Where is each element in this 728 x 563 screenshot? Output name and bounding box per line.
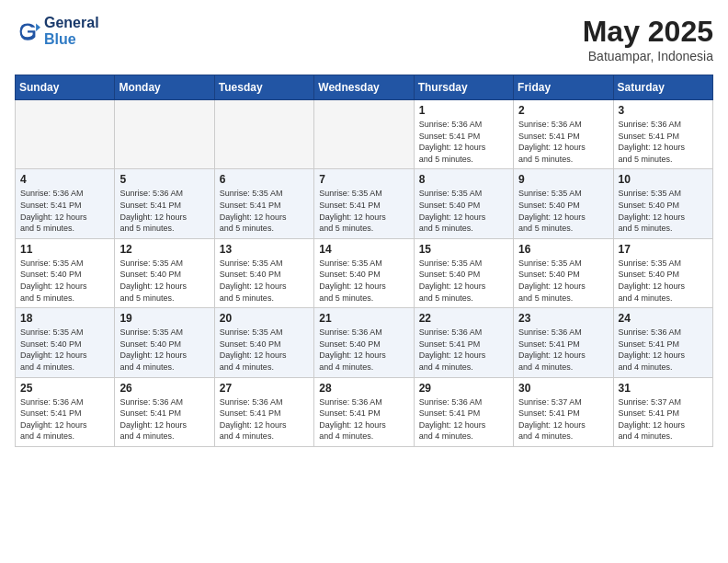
calendar-cell: 25Sunrise: 5:36 AM Sunset: 5:41 PM Dayli… xyxy=(16,377,115,446)
calendar-table: SundayMondayTuesdayWednesdayThursdayFrid… xyxy=(15,75,713,447)
day-number: 25 xyxy=(20,382,109,395)
calendar-cell: 20Sunrise: 5:35 AM Sunset: 5:40 PM Dayli… xyxy=(214,308,313,377)
day-info: Sunrise: 5:35 AM Sunset: 5:40 PM Dayligh… xyxy=(419,188,508,234)
logo-name: General xyxy=(44,15,99,31)
day-info: Sunrise: 5:37 AM Sunset: 5:41 PM Dayligh… xyxy=(619,396,708,442)
location: Batuampar, Indonesia xyxy=(583,49,713,63)
calendar-cell: 9Sunrise: 5:35 AM Sunset: 5:40 PM Daylig… xyxy=(514,169,613,238)
calendar-cell: 11Sunrise: 5:35 AM Sunset: 5:40 PM Dayli… xyxy=(16,238,115,307)
weekday-header-thursday: Thursday xyxy=(414,75,513,100)
calendar-cell: 8Sunrise: 5:35 AM Sunset: 5:40 PM Daylig… xyxy=(414,169,513,238)
day-info: Sunrise: 5:35 AM Sunset: 5:40 PM Dayligh… xyxy=(220,327,309,373)
month-title: May 2025 xyxy=(583,15,713,49)
day-info: Sunrise: 5:36 AM Sunset: 5:40 PM Dayligh… xyxy=(319,327,408,373)
calendar-cell: 15Sunrise: 5:35 AM Sunset: 5:40 PM Dayli… xyxy=(414,238,513,307)
day-number: 26 xyxy=(119,382,209,395)
day-number: 16 xyxy=(518,243,608,256)
logo-icon xyxy=(15,18,40,44)
calendar-week-row: 1Sunrise: 5:36 AM Sunset: 5:41 PM Daylig… xyxy=(16,100,713,169)
day-info: Sunrise: 5:36 AM Sunset: 5:41 PM Dayligh… xyxy=(619,327,708,373)
calendar-cell: 4Sunrise: 5:36 AM Sunset: 5:41 PM Daylig… xyxy=(16,169,115,238)
day-number: 31 xyxy=(619,382,708,395)
day-number: 21 xyxy=(319,312,408,325)
calendar-cell: 26Sunrise: 5:36 AM Sunset: 5:41 PM Dayli… xyxy=(115,377,214,446)
calendar-cell: 2Sunrise: 5:36 AM Sunset: 5:41 PM Daylig… xyxy=(514,100,613,169)
calendar-week-row: 11Sunrise: 5:35 AM Sunset: 5:40 PM Dayli… xyxy=(16,238,713,307)
weekday-header-friday: Friday xyxy=(514,75,613,100)
weekday-header-monday: Monday xyxy=(115,75,214,100)
day-number: 12 xyxy=(119,243,209,256)
calendar-cell: 31Sunrise: 5:37 AM Sunset: 5:41 PM Dayli… xyxy=(613,377,712,446)
day-number: 5 xyxy=(119,173,209,186)
calendar-cell: 23Sunrise: 5:36 AM Sunset: 5:41 PM Dayli… xyxy=(514,308,613,377)
day-info: Sunrise: 5:35 AM Sunset: 5:41 PM Dayligh… xyxy=(220,188,309,234)
day-info: Sunrise: 5:35 AM Sunset: 5:40 PM Dayligh… xyxy=(20,327,109,373)
calendar-cell: 28Sunrise: 5:36 AM Sunset: 5:41 PM Dayli… xyxy=(314,377,414,446)
day-info: Sunrise: 5:35 AM Sunset: 5:40 PM Dayligh… xyxy=(419,258,508,304)
day-number: 15 xyxy=(419,243,508,256)
day-number: 8 xyxy=(419,173,508,186)
day-number: 20 xyxy=(220,312,309,325)
day-info: Sunrise: 5:36 AM Sunset: 5:41 PM Dayligh… xyxy=(419,119,508,165)
day-number: 23 xyxy=(518,312,608,325)
day-info: Sunrise: 5:36 AM Sunset: 5:41 PM Dayligh… xyxy=(20,188,109,234)
weekday-header-saturday: Saturday xyxy=(613,75,712,100)
calendar-cell: 1Sunrise: 5:36 AM Sunset: 5:41 PM Daylig… xyxy=(414,100,513,169)
day-number: 18 xyxy=(20,312,109,325)
calendar-cell: 27Sunrise: 5:36 AM Sunset: 5:41 PM Dayli… xyxy=(214,377,313,446)
day-number: 7 xyxy=(319,173,408,186)
calendar-cell: 22Sunrise: 5:36 AM Sunset: 5:41 PM Dayli… xyxy=(414,308,513,377)
day-info: Sunrise: 5:35 AM Sunset: 5:41 PM Dayligh… xyxy=(319,188,408,234)
calendar-cell xyxy=(214,100,313,169)
day-info: Sunrise: 5:36 AM Sunset: 5:41 PM Dayligh… xyxy=(619,119,708,165)
calendar-cell xyxy=(115,100,214,169)
day-info: Sunrise: 5:36 AM Sunset: 5:41 PM Dayligh… xyxy=(518,327,608,373)
day-info: Sunrise: 5:35 AM Sunset: 5:40 PM Dayligh… xyxy=(518,258,608,304)
day-info: Sunrise: 5:36 AM Sunset: 5:41 PM Dayligh… xyxy=(419,327,508,373)
calendar-cell: 3Sunrise: 5:36 AM Sunset: 5:41 PM Daylig… xyxy=(613,100,712,169)
calendar-cell xyxy=(314,100,414,169)
day-info: Sunrise: 5:35 AM Sunset: 5:40 PM Dayligh… xyxy=(619,258,708,304)
day-info: Sunrise: 5:35 AM Sunset: 5:40 PM Dayligh… xyxy=(119,327,209,373)
day-info: Sunrise: 5:36 AM Sunset: 5:41 PM Dayligh… xyxy=(119,396,209,442)
day-info: Sunrise: 5:36 AM Sunset: 5:41 PM Dayligh… xyxy=(220,396,309,442)
calendar-week-row: 4Sunrise: 5:36 AM Sunset: 5:41 PM Daylig… xyxy=(16,169,713,238)
calendar-cell: 19Sunrise: 5:35 AM Sunset: 5:40 PM Dayli… xyxy=(115,308,214,377)
day-info: Sunrise: 5:35 AM Sunset: 5:40 PM Dayligh… xyxy=(20,258,109,304)
day-info: Sunrise: 5:35 AM Sunset: 5:40 PM Dayligh… xyxy=(119,258,209,304)
day-info: Sunrise: 5:35 AM Sunset: 5:40 PM Dayligh… xyxy=(220,258,309,304)
weekday-header-tuesday: Tuesday xyxy=(214,75,313,100)
calendar-cell: 5Sunrise: 5:36 AM Sunset: 5:41 PM Daylig… xyxy=(115,169,214,238)
page-header: General Blue May 2025 Batuampar, Indones… xyxy=(15,15,713,63)
calendar-cell: 30Sunrise: 5:37 AM Sunset: 5:41 PM Dayli… xyxy=(514,377,613,446)
calendar-cell: 18Sunrise: 5:35 AM Sunset: 5:40 PM Dayli… xyxy=(16,308,115,377)
day-number: 17 xyxy=(619,243,708,256)
calendar-cell: 12Sunrise: 5:35 AM Sunset: 5:40 PM Dayli… xyxy=(115,238,214,307)
weekday-header-sunday: Sunday xyxy=(16,75,115,100)
day-number: 1 xyxy=(419,104,508,117)
calendar-cell xyxy=(16,100,115,169)
day-info: Sunrise: 5:35 AM Sunset: 5:40 PM Dayligh… xyxy=(319,258,408,304)
calendar-cell: 16Sunrise: 5:35 AM Sunset: 5:40 PM Dayli… xyxy=(514,238,613,307)
day-info: Sunrise: 5:36 AM Sunset: 5:41 PM Dayligh… xyxy=(518,119,608,165)
calendar-week-row: 25Sunrise: 5:36 AM Sunset: 5:41 PM Dayli… xyxy=(16,377,713,446)
logo-blue: Blue xyxy=(44,31,99,48)
day-number: 28 xyxy=(319,382,408,395)
calendar-cell: 14Sunrise: 5:35 AM Sunset: 5:40 PM Dayli… xyxy=(314,238,414,307)
day-number: 10 xyxy=(619,173,708,186)
calendar-cell: 7Sunrise: 5:35 AM Sunset: 5:41 PM Daylig… xyxy=(314,169,414,238)
calendar-cell: 17Sunrise: 5:35 AM Sunset: 5:40 PM Dayli… xyxy=(613,238,712,307)
day-number: 11 xyxy=(20,243,109,256)
day-number: 13 xyxy=(220,243,309,256)
day-info: Sunrise: 5:36 AM Sunset: 5:41 PM Dayligh… xyxy=(20,396,109,442)
day-number: 14 xyxy=(319,243,408,256)
day-number: 2 xyxy=(518,104,608,117)
calendar-cell: 13Sunrise: 5:35 AM Sunset: 5:40 PM Dayli… xyxy=(214,238,313,307)
calendar-cell: 24Sunrise: 5:36 AM Sunset: 5:41 PM Dayli… xyxy=(613,308,712,377)
title-block: May 2025 Batuampar, Indonesia xyxy=(583,15,713,63)
day-number: 27 xyxy=(220,382,309,395)
day-info: Sunrise: 5:36 AM Sunset: 5:41 PM Dayligh… xyxy=(319,396,408,442)
calendar-cell: 10Sunrise: 5:35 AM Sunset: 5:40 PM Dayli… xyxy=(613,169,712,238)
day-number: 24 xyxy=(619,312,708,325)
day-number: 4 xyxy=(20,173,109,186)
